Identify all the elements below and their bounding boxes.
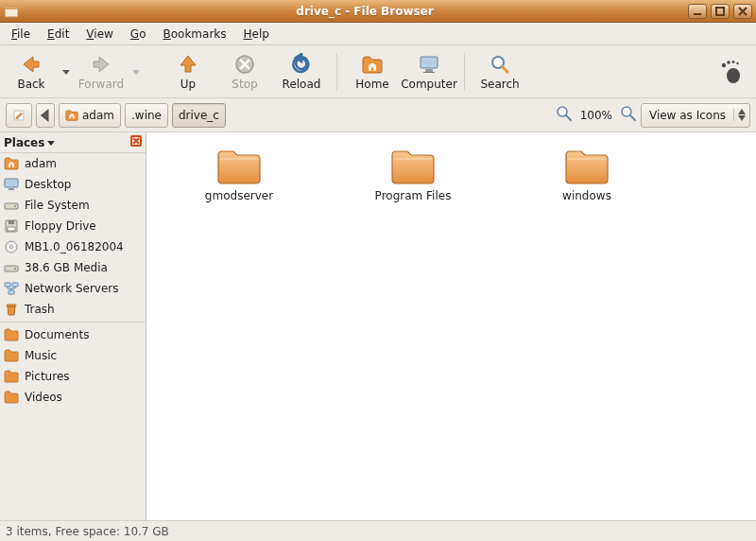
sidebar-divider [0, 322, 146, 323]
sidebar-item[interactable]: MB1.0_06182004 [0, 236, 146, 257]
maximize-button[interactable] [711, 4, 730, 19]
forward-label: Forward [78, 78, 124, 91]
sidebar-item[interactable]: adam [0, 153, 146, 174]
back-icon [20, 53, 43, 76]
sidebar-item-label: Music [25, 349, 57, 362]
folder-icon [4, 390, 19, 405]
stop-label: Stop [232, 78, 257, 91]
file-item[interactable]: gmodserver [182, 148, 296, 202]
edit-location-button[interactable] [6, 103, 32, 128]
main-area: Places adamDesktopFile SystemFloppy Driv… [0, 132, 756, 520]
sidebar-title[interactable]: Places [4, 136, 55, 149]
up-label: Up [180, 78, 196, 91]
sidebar-item[interactable]: Floppy Drive [0, 216, 146, 236]
sidebar-item-label: Network Servers [25, 282, 119, 295]
sidebar-item[interactable]: Documents [0, 324, 146, 345]
path-segment[interactable]: drive_c [172, 103, 226, 128]
view-mode-select[interactable]: View as Icons [641, 103, 750, 128]
folder-icon [4, 348, 19, 363]
forward-icon [90, 53, 112, 76]
pencil-icon [12, 109, 26, 122]
back-button[interactable]: Back [6, 49, 57, 95]
toolbar-separator [464, 53, 465, 91]
sidebar-item-label: adam [25, 157, 57, 170]
home-button[interactable]: Home [347, 49, 398, 95]
path-bar: adam.winedrive_c [59, 103, 226, 128]
close-button[interactable] [733, 4, 752, 19]
statusbar: 3 items, Free space: 10.7 GB [0, 520, 756, 541]
forward-history-dropdown[interactable] [132, 49, 140, 95]
reload-button[interactable]: Reload [276, 49, 327, 95]
search-button[interactable]: Search [474, 49, 525, 95]
view-mode-label: View as Icons [649, 109, 726, 122]
zoom-in-button[interactable] [620, 105, 637, 125]
status-text: 3 items, Free space: 10.7 GB [6, 525, 169, 538]
home-icon [361, 53, 384, 76]
back-history-dropdown[interactable] [62, 49, 70, 95]
back-label: Back [17, 78, 44, 91]
home-icon [4, 156, 19, 171]
zoom-in-icon [620, 105, 637, 122]
sidebar-item-label: MB1.0_06182004 [25, 240, 124, 253]
window-title: drive_c - File Browser [45, 5, 684, 18]
path-segment-label: adam [82, 109, 114, 122]
file-item[interactable]: windows [530, 148, 644, 202]
search-icon [489, 53, 511, 76]
computer-button[interactable]: Computer [404, 49, 455, 95]
sidebar-item-label: File System [25, 199, 90, 212]
menu-edit[interactable]: Edit [40, 26, 77, 43]
network-icon [4, 281, 19, 296]
computer-icon [418, 53, 440, 76]
path-segment-label: .wine [131, 109, 162, 122]
svg-rect-27 [716, 8, 724, 15]
menu-bookmarks[interactable]: Bookmarks [155, 26, 233, 43]
sidebar-close-button[interactable] [130, 135, 142, 149]
sidebar-item[interactable]: Desktop [0, 174, 146, 195]
sidebar-item[interactable]: Trash [0, 299, 146, 320]
sidebar-item[interactable]: 38.6 GB Media [0, 257, 146, 278]
menubar: File Edit View Go Bookmarks Help [0, 23, 756, 45]
up-button[interactable]: Up [163, 49, 214, 95]
file-name: gmodserver [205, 189, 273, 202]
sidebar-item[interactable]: Network Servers [0, 278, 146, 299]
svg-rect-26 [5, 7, 18, 9]
desktop-icon [4, 177, 19, 192]
titlebar: drive_c - File Browser [0, 0, 756, 23]
zoom-out-button[interactable] [556, 105, 573, 125]
computer-label: Computer [401, 78, 457, 91]
minimize-button[interactable] [688, 4, 707, 19]
sidebar-item[interactable]: File System [0, 195, 146, 216]
stop-button[interactable]: Stop [219, 49, 270, 95]
chevron-left-icon [39, 109, 52, 122]
path-segment[interactable]: .wine [125, 103, 168, 128]
zoom-controls: 100% [556, 105, 637, 125]
sidebar-item[interactable]: Music [0, 345, 146, 366]
menu-help[interactable]: Help [236, 26, 277, 43]
toolbar: Back Forward Up Stop Reload Home Compute… [0, 45, 756, 98]
places-list: adamDesktopFile SystemFloppy DriveMB1.0_… [0, 153, 146, 520]
zoom-out-icon [556, 105, 573, 122]
path-scroll-left-button[interactable] [36, 103, 55, 128]
reload-icon [290, 53, 313, 76]
file-name: windows [562, 189, 611, 202]
menu-view[interactable]: View [78, 26, 120, 43]
view-mode-spinner[interactable] [733, 109, 746, 121]
path-segment-label: drive_c [179, 109, 219, 122]
menu-file[interactable]: File [4, 26, 38, 43]
folder-icon [4, 327, 19, 342]
up-icon [177, 53, 199, 76]
path-segment[interactable]: adam [59, 103, 121, 128]
home-label: Home [355, 78, 388, 91]
reload-label: Reload [283, 78, 321, 91]
sidebar-item-label: Pictures [25, 370, 70, 383]
disc-icon [4, 239, 19, 254]
file-item[interactable]: Program Files [356, 148, 470, 202]
forward-button[interactable]: Forward [76, 49, 127, 95]
icon-view[interactable]: gmodserverProgram Fileswindows [146, 132, 756, 520]
trash-icon [4, 302, 19, 317]
toolbar-separator [336, 53, 337, 91]
folder-icon [216, 148, 262, 185]
menu-go[interactable]: Go [123, 26, 154, 43]
sidebar-item[interactable]: Pictures [0, 366, 146, 387]
sidebar-item[interactable]: Videos [0, 387, 146, 408]
